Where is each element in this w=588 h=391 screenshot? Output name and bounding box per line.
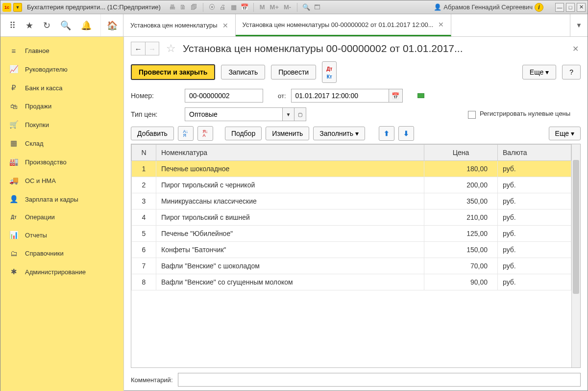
zoom-icon[interactable]: 🔍: [302, 3, 310, 11]
cell-n: 3: [132, 193, 156, 209]
move-up-button[interactable]: ⬆: [379, 126, 394, 141]
tab-close-icon[interactable]: ✕: [438, 21, 444, 28]
notifications-icon[interactable]: 🔔: [81, 20, 92, 31]
scrollbar-thumb[interactable]: [573, 160, 579, 294]
apps-grid-icon[interactable]: ⠿: [9, 20, 16, 31]
sidebar-item-reports[interactable]: 📊Отчеты: [0, 226, 123, 244]
search-icon[interactable]: 🔍: [60, 20, 71, 31]
sidebar-item-sales[interactable]: 🛍Продажи: [0, 97, 123, 115]
person-icon: 👤: [9, 195, 18, 204]
calendar-picker-icon[interactable]: 📅: [389, 89, 403, 103]
print-preview-icon[interactable]: 🗎: [179, 3, 187, 11]
cell-price: 210,00: [424, 209, 498, 226]
pick-button[interactable]: Подбор: [225, 127, 262, 140]
export-icon[interactable]: 🖸: [208, 3, 216, 11]
tabs-dropdown[interactable]: ▼: [570, 14, 588, 36]
sidebar-item-warehouse[interactable]: ▦Склад: [0, 134, 123, 153]
print-icon[interactable]: 🖶: [169, 3, 176, 11]
sidebar-item-bank[interactable]: ₽Банк и касса: [0, 78, 123, 97]
cell-price: 125,00: [424, 226, 498, 242]
post-button[interactable]: Провести: [271, 65, 316, 79]
table-row[interactable]: 8Вафли "Венские" со сгущенным молоком90,…: [132, 274, 571, 290]
col-currency[interactable]: Валюта: [498, 145, 571, 161]
post-and-close-button[interactable]: Провести и закрыть: [131, 64, 215, 80]
calc-m-button[interactable]: M: [259, 3, 266, 11]
col-item[interactable]: Номенклатура: [156, 145, 424, 161]
table-row[interactable]: 4Пирог тирольский с вишней210,00руб.: [132, 209, 571, 226]
calc-mminus-button[interactable]: M-: [283, 3, 292, 11]
register-zero-checkbox[interactable]: [468, 111, 476, 119]
dtkt-button[interactable]: ДтКт: [322, 61, 337, 83]
change-button[interactable]: Изменить: [266, 127, 309, 140]
table-row[interactable]: 7Вафли "Венские" с шоколадом70,00руб.: [132, 258, 571, 274]
sidebar-item-hr[interactable]: 👤Зарплата и кадры: [0, 190, 123, 209]
sidebar-item-assets[interactable]: 🚚ОС и НМА: [0, 171, 123, 190]
fill-button[interactable]: Заполнить ▾: [313, 127, 365, 140]
vertical-scrollbar[interactable]: [571, 144, 580, 367]
maximize-button[interactable]: □: [566, 3, 575, 12]
table-row[interactable]: 6Конфеты "Батончик"150,00руб.: [132, 242, 571, 258]
print2-icon[interactable]: 🖨: [219, 3, 227, 11]
cell-item: Печенье "Юбилейное": [156, 226, 424, 242]
tab-price-list[interactable]: Установка цен номенклатуры ✕: [123, 14, 236, 36]
user-indicator[interactable]: 👤 Абрамов Геннадий Сергеевич: [434, 3, 533, 11]
sidebar-item-catalogs[interactable]: 🗂Справочники: [0, 244, 123, 262]
col-n[interactable]: N: [132, 145, 156, 161]
info-icon[interactable]: i: [535, 3, 543, 12]
price-type-input[interactable]: [185, 107, 283, 121]
calc-mplus-button[interactable]: M+: [269, 3, 280, 11]
minimize-button[interactable]: —: [555, 3, 564, 12]
sidebar-item-label: Склад: [25, 140, 44, 147]
cell-currency: руб.: [498, 177, 571, 193]
copy-icon[interactable]: 🗐: [190, 3, 198, 11]
date-input[interactable]: [291, 89, 389, 103]
col-price[interactable]: Цена: [424, 145, 498, 161]
cell-n: 2: [132, 177, 156, 193]
sort-desc-button[interactable]: Я↓А: [197, 126, 213, 141]
comment-input[interactable]: [178, 373, 581, 387]
gear-icon: ✱: [9, 267, 18, 276]
favorite-star-icon[interactable]: ☆: [166, 42, 176, 55]
sidebar-item-manager[interactable]: 📈Руководителю: [0, 60, 123, 78]
cell-item: Миникруассаны классические: [156, 193, 424, 209]
table-more-button[interactable]: Еще ▾: [549, 127, 581, 140]
sidebar-item-admin[interactable]: ✱Администрирование: [0, 262, 123, 281]
doc-icon[interactable]: 🗔: [313, 3, 321, 11]
folders-icon: 🗂: [9, 249, 18, 258]
sidebar-item-operations[interactable]: ДтОперации: [0, 209, 123, 226]
close-button[interactable]: ✕: [577, 3, 586, 12]
app-menu-dropdown[interactable]: ▼: [13, 3, 22, 12]
cell-item: Пирог тирольский с вишней: [156, 209, 424, 226]
table-row[interactable]: 2Пирог тирольский с черникой200,00руб.: [132, 177, 571, 193]
nav-buttons: ← →: [131, 42, 159, 55]
table-icon[interactable]: ▦: [230, 3, 238, 11]
table-row[interactable]: 5Печенье "Юбилейное"125,00руб.: [132, 226, 571, 242]
history-icon[interactable]: ↻: [43, 20, 50, 31]
items-table-scroll[interactable]: N Номенклатура Цена Валюта 1Печенье шоко…: [131, 144, 571, 367]
number-input[interactable]: [185, 89, 263, 103]
nav-forward-button[interactable]: →: [145, 42, 159, 55]
sidebar-item-production[interactable]: 🏭Производство: [0, 153, 123, 171]
help-button[interactable]: ?: [562, 65, 581, 79]
save-button[interactable]: Записать: [221, 65, 265, 79]
sort-asc-button[interactable]: А↓Я: [178, 126, 194, 141]
sidebar-item-purchases[interactable]: 🛒Покупки: [0, 115, 123, 134]
move-down-button[interactable]: ⬇: [398, 126, 414, 141]
home-button[interactable]: 🏠: [101, 14, 123, 36]
tab-close-icon[interactable]: ✕: [222, 22, 228, 29]
more-button[interactable]: Еще ▾: [522, 65, 556, 79]
sidebar-item-main[interactable]: ≡Главное: [0, 42, 123, 60]
tab-price-document[interactable]: Установка цен номенклатуры 00-00000002 о…: [236, 14, 452, 36]
table-row[interactable]: 3Миникруассаны классические350,00руб.: [132, 193, 571, 209]
app-title: Бухгалтерия предприяти... (1С:Предприяти…: [27, 3, 161, 11]
combo-dropdown-icon[interactable]: ▼: [283, 107, 294, 121]
combo-open-icon[interactable]: ▢: [294, 107, 306, 121]
grid-icon: ▦: [9, 139, 18, 148]
truck-icon: 🚚: [9, 176, 18, 185]
calendar-icon[interactable]: 📅: [241, 3, 248, 11]
document-close-icon[interactable]: ✕: [570, 42, 581, 55]
table-row[interactable]: 1Печенье шоколадное180,00руб.: [132, 161, 571, 177]
favorites-icon[interactable]: ★: [25, 20, 33, 31]
add-row-button[interactable]: Добавить: [131, 127, 174, 140]
nav-back-button[interactable]: ←: [131, 42, 145, 55]
